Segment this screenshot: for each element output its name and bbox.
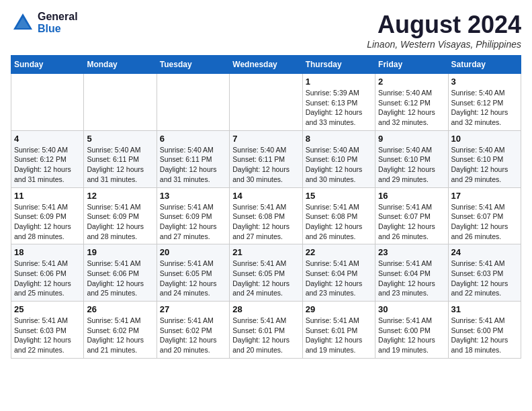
calendar-cell: 24Sunrise: 5:41 AM Sunset: 6:03 PM Dayli… [448,244,521,302]
day-content: Sunrise: 5:41 AM Sunset: 6:06 PM Dayligh… [14,259,81,298]
calendar-cell: 6Sunrise: 5:40 AM Sunset: 6:11 PM Daylig… [157,130,229,187]
day-number: 5 [87,134,153,144]
day-number: 14 [232,191,299,201]
day-number: 11 [14,191,81,201]
day-content: Sunrise: 5:40 AM Sunset: 6:11 PM Dayligh… [87,145,153,185]
day-content: Sunrise: 5:41 AM Sunset: 6:03 PM Dayligh… [451,259,518,298]
day-number: 9 [378,134,445,144]
day-number: 21 [232,247,299,257]
logo-general-text: General [38,11,78,23]
day-content: Sunrise: 5:40 AM Sunset: 6:10 PM Dayligh… [451,145,518,185]
calendar-cell [84,74,157,131]
day-number: 25 [14,304,81,314]
day-of-week-header: Sunday [11,56,84,74]
day-number: 26 [87,304,153,314]
day-content: Sunrise: 5:39 AM Sunset: 6:13 PM Dayligh… [306,88,372,128]
day-number: 19 [87,247,153,257]
day-of-week-header: Monday [84,56,157,74]
calendar-cell: 14Sunrise: 5:41 AM Sunset: 6:08 PM Dayli… [230,187,302,244]
day-content: Sunrise: 5:41 AM Sunset: 6:09 PM Dayligh… [14,202,81,242]
day-number: 16 [378,191,445,201]
logo-icon [11,11,35,35]
calendar-cell: 25Sunrise: 5:41 AM Sunset: 6:03 PM Dayli… [11,302,84,359]
logo-blue-text: Blue [38,23,78,35]
calendar-cell: 30Sunrise: 5:41 AM Sunset: 6:00 PM Dayli… [375,302,448,359]
calendar-cell: 19Sunrise: 5:41 AM Sunset: 6:06 PM Dayli… [84,244,157,302]
page-header: General Blue August 2024 Linaon, Western… [11,11,521,50]
day-content: Sunrise: 5:41 AM Sunset: 6:01 PM Dayligh… [306,316,372,355]
calendar-cell: 22Sunrise: 5:41 AM Sunset: 6:04 PM Dayli… [302,244,375,302]
calendar-body: 1Sunrise: 5:39 AM Sunset: 6:13 PM Daylig… [11,74,521,359]
calendar-week-row: 1Sunrise: 5:39 AM Sunset: 6:13 PM Daylig… [11,74,521,131]
day-content: Sunrise: 5:40 AM Sunset: 6:12 PM Dayligh… [378,88,445,128]
day-content: Sunrise: 5:41 AM Sunset: 6:09 PM Dayligh… [87,202,153,242]
day-content: Sunrise: 5:41 AM Sunset: 6:04 PM Dayligh… [378,259,445,298]
day-header-row: SundayMondayTuesdayWednesdayThursdayFrid… [11,56,521,74]
day-of-week-header: Friday [375,56,448,74]
day-content: Sunrise: 5:41 AM Sunset: 6:00 PM Dayligh… [378,316,445,355]
calendar-cell: 17Sunrise: 5:41 AM Sunset: 6:07 PM Dayli… [448,187,521,244]
day-number: 17 [451,191,518,201]
calendar-header: SundayMondayTuesdayWednesdayThursdayFrid… [11,56,521,74]
title-area: August 2024 Linaon, Western Visayas, Phi… [367,11,521,50]
day-of-week-header: Thursday [302,56,375,74]
day-number: 24 [451,247,518,257]
day-content: Sunrise: 5:40 AM Sunset: 6:10 PM Dayligh… [306,145,372,185]
day-content: Sunrise: 5:41 AM Sunset: 6:06 PM Dayligh… [87,259,153,298]
calendar-week-row: 11Sunrise: 5:41 AM Sunset: 6:09 PM Dayli… [11,187,521,244]
day-content: Sunrise: 5:41 AM Sunset: 6:07 PM Dayligh… [378,202,445,242]
day-of-week-header: Saturday [448,56,521,74]
day-content: Sunrise: 5:40 AM Sunset: 6:11 PM Dayligh… [232,145,299,185]
day-number: 29 [306,304,372,314]
calendar-cell: 12Sunrise: 5:41 AM Sunset: 6:09 PM Dayli… [84,187,157,244]
day-number: 20 [160,247,226,257]
calendar-week-row: 4Sunrise: 5:40 AM Sunset: 6:12 PM Daylig… [11,130,521,187]
day-number: 2 [378,77,445,87]
calendar-cell: 4Sunrise: 5:40 AM Sunset: 6:12 PM Daylig… [11,130,84,187]
day-content: Sunrise: 5:41 AM Sunset: 6:08 PM Dayligh… [306,202,372,242]
day-content: Sunrise: 5:41 AM Sunset: 6:07 PM Dayligh… [451,202,518,242]
calendar-cell: 26Sunrise: 5:41 AM Sunset: 6:02 PM Dayli… [84,302,157,359]
calendar-cell: 11Sunrise: 5:41 AM Sunset: 6:09 PM Dayli… [11,187,84,244]
calendar-cell: 20Sunrise: 5:41 AM Sunset: 6:05 PM Dayli… [157,244,229,302]
day-number: 1 [306,77,372,87]
day-content: Sunrise: 5:40 AM Sunset: 6:12 PM Dayligh… [451,88,518,128]
calendar-week-row: 25Sunrise: 5:41 AM Sunset: 6:03 PM Dayli… [11,302,521,359]
calendar-cell: 8Sunrise: 5:40 AM Sunset: 6:10 PM Daylig… [302,130,375,187]
day-content: Sunrise: 5:40 AM Sunset: 6:11 PM Dayligh… [160,145,226,185]
day-number: 3 [451,77,518,87]
calendar-cell: 5Sunrise: 5:40 AM Sunset: 6:11 PM Daylig… [84,130,157,187]
day-number: 15 [306,191,372,201]
day-number: 7 [232,134,299,144]
day-content: Sunrise: 5:41 AM Sunset: 6:02 PM Dayligh… [160,316,226,355]
day-number: 6 [160,134,226,144]
day-number: 8 [306,134,372,144]
calendar-cell [230,74,302,131]
day-number: 28 [232,304,299,314]
calendar-cell [157,74,229,131]
day-content: Sunrise: 5:41 AM Sunset: 6:09 PM Dayligh… [160,202,226,242]
calendar-cell: 9Sunrise: 5:40 AM Sunset: 6:10 PM Daylig… [375,130,448,187]
calendar-cell: 7Sunrise: 5:40 AM Sunset: 6:11 PM Daylig… [230,130,302,187]
calendar-cell: 21Sunrise: 5:41 AM Sunset: 6:05 PM Dayli… [230,244,302,302]
calendar-cell: 27Sunrise: 5:41 AM Sunset: 6:02 PM Dayli… [157,302,229,359]
calendar-cell: 16Sunrise: 5:41 AM Sunset: 6:07 PM Dayli… [375,187,448,244]
day-number: 30 [378,304,445,314]
day-content: Sunrise: 5:41 AM Sunset: 6:08 PM Dayligh… [232,202,299,242]
calendar-cell [11,74,84,131]
location-subtitle: Linaon, Western Visayas, Philippines [367,39,521,50]
day-content: Sunrise: 5:41 AM Sunset: 6:04 PM Dayligh… [306,259,372,298]
calendar-cell: 10Sunrise: 5:40 AM Sunset: 6:10 PM Dayli… [448,130,521,187]
calendar-cell: 15Sunrise: 5:41 AM Sunset: 6:08 PM Dayli… [302,187,375,244]
calendar-cell: 1Sunrise: 5:39 AM Sunset: 6:13 PM Daylig… [302,74,375,131]
month-title: August 2024 [367,11,521,39]
calendar-cell: 18Sunrise: 5:41 AM Sunset: 6:06 PM Dayli… [11,244,84,302]
day-number: 23 [378,247,445,257]
calendar-cell: 29Sunrise: 5:41 AM Sunset: 6:01 PM Dayli… [302,302,375,359]
day-number: 27 [160,304,226,314]
day-content: Sunrise: 5:40 AM Sunset: 6:12 PM Dayligh… [14,145,81,185]
day-number: 31 [451,304,518,314]
day-of-week-header: Wednesday [230,56,302,74]
day-number: 22 [306,247,372,257]
calendar-cell: 23Sunrise: 5:41 AM Sunset: 6:04 PM Dayli… [375,244,448,302]
